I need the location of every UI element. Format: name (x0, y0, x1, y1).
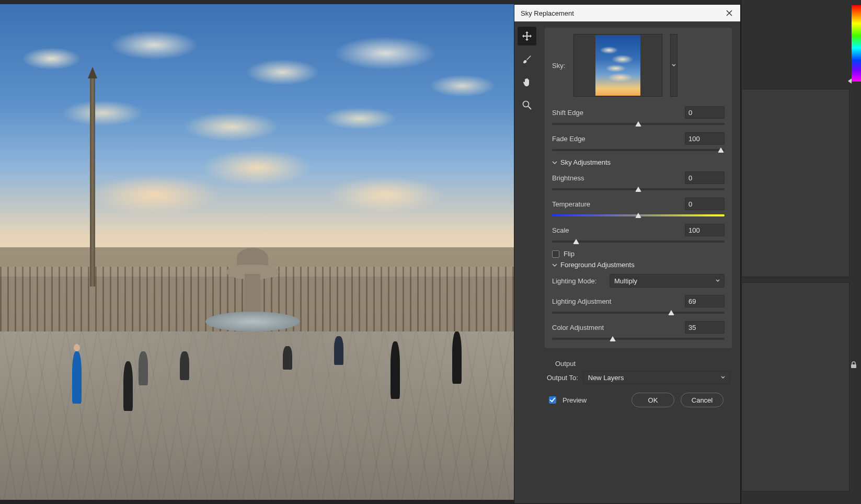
preview-person (391, 341, 400, 399)
output-section: Output Output To: New Layers (545, 357, 732, 385)
preview-fountain (205, 237, 300, 331)
scale-row: Scale (552, 224, 725, 243)
zoom-icon (522, 100, 532, 110)
preview-obelisk (90, 78, 95, 287)
slider-thumb[interactable] (718, 147, 724, 153)
close-button[interactable] (725, 8, 734, 18)
chevron-down-icon (721, 376, 725, 379)
chevron-down-icon (552, 262, 557, 268)
flip-checkbox[interactable] (552, 250, 559, 258)
color-hue-strip[interactable] (852, 5, 861, 82)
lighting-mode-dropdown[interactable]: Multiply (610, 274, 725, 288)
brightness-label: Brightness (552, 174, 584, 182)
fade-edge-slider[interactable] (552, 149, 725, 151)
zoom-tool[interactable] (518, 96, 536, 114)
temperature-slider[interactable] (552, 214, 725, 216)
color-adjustment-row: Color Adjustment (552, 321, 725, 340)
preview-sky (0, 4, 514, 277)
scale-label: Scale (552, 226, 569, 234)
lighting-mode-value: Multiply (614, 277, 637, 285)
close-icon (726, 10, 732, 16)
lighting-mode-label: Lighting Mode: (552, 277, 604, 285)
shift-edge-input[interactable] (685, 106, 725, 119)
lighting-adjustment-input[interactable] (685, 295, 725, 307)
slider-thumb[interactable] (668, 310, 674, 315)
svg-point-0 (523, 101, 529, 107)
dialog-controls: Sky: Shift Edge (539, 21, 740, 503)
brightness-input[interactable] (685, 171, 725, 184)
fade-edge-input[interactable] (685, 132, 725, 145)
preview-person (283, 346, 292, 370)
svg-rect-1 (851, 364, 856, 368)
preview-label: Preview (562, 396, 587, 404)
lock-icon (849, 361, 858, 369)
sky-dropdown-button[interactable] (670, 34, 678, 97)
slider-thumb[interactable] (573, 239, 579, 244)
collapsed-panel[interactable] (741, 282, 849, 491)
scale-input[interactable] (685, 224, 725, 236)
output-to-label: Output To: (547, 374, 578, 382)
lighting-adjustment-row: Lighting Adjustment (552, 295, 725, 314)
dialog-titlebar[interactable]: Sky Replacement (514, 5, 740, 21)
temperature-row: Temperature (552, 198, 725, 216)
hue-caret-icon (848, 78, 852, 84)
brightness-row: Brightness (552, 171, 725, 190)
temperature-label: Temperature (552, 200, 590, 208)
output-title: Output (547, 360, 730, 368)
slider-thumb[interactable] (635, 187, 641, 192)
hand-tool[interactable] (518, 73, 536, 91)
sky-adjustments-title: Sky Adjustments (560, 158, 611, 166)
sky-thumbnail[interactable] (573, 34, 662, 97)
sky-adjustments-header[interactable]: Sky Adjustments (552, 158, 725, 166)
dialog-title: Sky Replacement (521, 9, 725, 17)
chevron-down-icon (716, 279, 720, 282)
flip-label: Flip (564, 250, 575, 258)
collapsed-panel[interactable] (741, 89, 849, 277)
brush-icon (522, 54, 532, 64)
preview-person (72, 351, 82, 404)
color-adjustment-input[interactable] (685, 321, 725, 334)
move-icon (522, 31, 532, 41)
hand-icon (522, 77, 532, 87)
lighting-adjustment-slider[interactable] (552, 312, 725, 314)
color-adjustment-label: Color Adjustment (552, 324, 604, 331)
chevron-down-icon (552, 160, 557, 165)
ok-button[interactable]: OK (632, 393, 674, 407)
preview-person (139, 351, 148, 385)
fade-edge-row: Fade Edge (552, 132, 725, 151)
canvas-area (0, 0, 514, 504)
preview-person (180, 351, 189, 380)
slider-thumb[interactable] (610, 336, 616, 341)
color-adjustment-slider[interactable] (552, 338, 725, 340)
chevron-down-icon (672, 64, 676, 67)
main-panel: Sky: Shift Edge (545, 28, 732, 348)
fade-edge-label: Fade Edge (552, 135, 586, 143)
preview-person (334, 336, 343, 365)
document-preview[interactable] (0, 4, 514, 500)
flip-row: Flip (552, 250, 725, 258)
foreground-adjustments-title: Foreground Adjustments (560, 261, 635, 269)
shift-edge-slider[interactable] (552, 123, 725, 125)
sky-thumb-image (595, 35, 640, 96)
temperature-input[interactable] (685, 198, 725, 210)
lighting-mode-row: Lighting Mode: Multiply (552, 274, 725, 288)
dialog-toolbar (514, 21, 539, 503)
scale-slider[interactable] (552, 240, 725, 243)
cancel-button[interactable]: Cancel (681, 393, 724, 407)
preview-person (452, 331, 462, 384)
move-sky-tool[interactable] (518, 27, 536, 45)
dialog-area: Sky Replacement (514, 0, 741, 504)
sky-label: Sky: (552, 62, 565, 70)
sky-brush-tool[interactable] (518, 50, 536, 68)
sky-replacement-dialog: Sky Replacement (514, 4, 741, 504)
output-to-dropdown[interactable]: New Layers (583, 371, 730, 384)
foreground-adjustments-header[interactable]: Foreground Adjustments (552, 261, 725, 269)
shift-edge-row: Shift Edge (552, 106, 725, 125)
sky-picker-row: Sky: (552, 34, 725, 97)
preview-person (123, 361, 133, 411)
preview-checkbox[interactable] (549, 396, 556, 404)
slider-thumb[interactable] (635, 121, 641, 127)
brightness-slider[interactable] (552, 188, 725, 190)
output-to-value: New Layers (588, 374, 624, 382)
slider-thumb[interactable] (635, 213, 641, 218)
